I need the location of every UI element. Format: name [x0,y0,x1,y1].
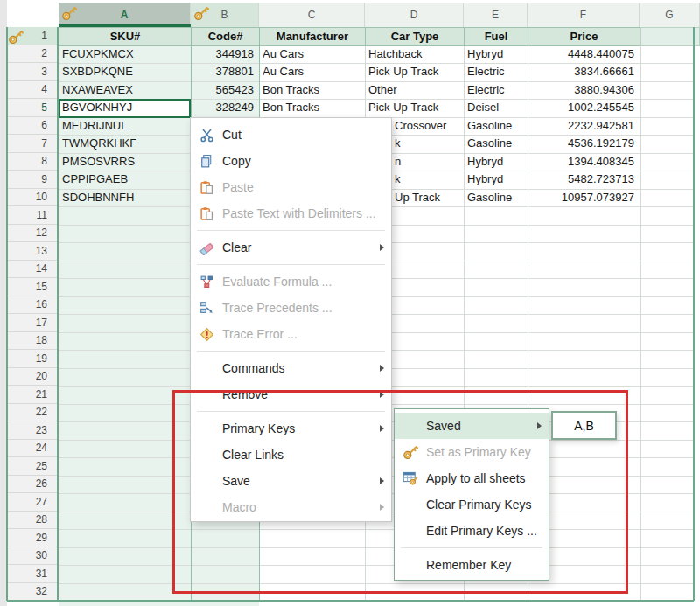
menu-item-label: Remember Key [426,558,542,572]
icon-spacer [402,418,419,434]
cell-D4[interactable]: Other [368,81,464,100]
cell-A3[interactable]: SXBDPKQNE [62,63,191,81]
menu-item-label: Cut [222,128,384,142]
key-icon [402,444,419,460]
cell-B5[interactable]: 328249 [191,99,259,117]
cell-A8[interactable]: PMSOSVRRS [62,153,191,171]
menu-item-edit-primary-keys[interactable]: Edit Primary Keys ... [395,518,549,544]
cell-E6[interactable]: Gasoline [467,117,528,136]
cell-F3[interactable]: 3834.66661 [528,63,640,81]
menu-item-label: Clear Links [222,448,384,462]
cell-A5[interactable]: BGVOKNHYJ [62,99,191,117]
key-icon-row-1 [8,29,24,45]
cell-D5[interactable]: Pick Up Track [368,99,464,117]
cell-A4[interactable]: NXAWEAVEX [62,81,191,100]
submenu-arrow-icon [380,425,384,432]
menu-item-label: Trace Error ... [222,327,384,341]
menu-item-label: Edit Primary Keys ... [426,524,542,538]
cell-B3[interactable]: 378801 [191,63,259,81]
cell-E5[interactable]: Deisel [467,99,528,117]
cell-D2[interactable]: Hatchback [368,45,464,64]
submenu-arrow-icon [380,477,384,484]
cell-A9[interactable]: CPPIPGAEB [62,171,191,189]
menu-item-paste-text-with-delimiters: Paste Text with Delimiters ... [191,200,391,226]
menu-item-label: Clear Primary Keys [426,498,542,512]
row-header-divider [57,27,59,601]
menu-item-label: Remove [222,387,374,401]
cell-D6-fragment: Crossover [395,117,464,136]
icon-spacer [402,497,419,512]
icon-spacer [198,360,215,376]
saved-keys-value[interactable]: A,B [551,411,617,440]
submenu-arrow-icon [380,365,384,372]
cell-C3[interactable]: Au Cars [262,63,365,81]
cell-D9-fragment: k [395,171,464,189]
cell-F9[interactable]: 5482.723713 [528,171,640,189]
menu-item-copy[interactable]: Copy [191,148,391,174]
cell-F7[interactable]: 4536.192179 [528,135,640,153]
cell-E7[interactable]: Gasoline [467,135,528,153]
menu-item-set-as-primary-key: Set as Primary Key [395,439,549,465]
menu-item-clear[interactable]: Clear [191,234,391,261]
cell-E3[interactable]: Electric [467,63,528,81]
menu-item-trace-error: Trace Error ... [191,321,391,347]
cell-F6[interactable]: 2232.942581 [528,117,640,136]
menu-item-label: Primary Keys [222,421,374,435]
menu-item-clear-links[interactable]: Clear Links [191,442,391,468]
menu-item-label: Paste [222,180,384,194]
menu-separator [197,411,385,412]
cell-B4[interactable]: 565423 [191,81,259,100]
menu-item-label: Evaluate Formula ... [222,275,384,289]
cell-D10-fragment: Up Track [395,189,464,207]
menu-item-saved[interactable]: Saved [395,413,549,439]
cell-A2[interactable]: FCUXPKMCX [62,45,191,64]
cell-F4[interactable]: 3880.94306 [528,81,640,100]
cell-F10[interactable]: 10957.073927 [528,189,640,207]
range-border-right [693,27,695,601]
cell-D8-fragment: n [395,153,464,171]
menu-item-primary-keys[interactable]: Primary Keys [191,415,391,442]
menu-item-save[interactable]: Save [191,468,391,494]
icon-spacer [198,447,215,463]
menu-item-label: Paste Text with Delimiters ... [222,206,384,220]
menu-item-apply-to-all-sheets[interactable]: Apply to all sheets [395,465,549,491]
cell-D3[interactable]: Pick Up Track [368,63,464,81]
menu-item-trace-precedents: Trace Precedents ... [191,295,391,321]
menu-item-remember-key[interactable]: Remember Key [395,552,549,578]
cell-E9[interactable]: Hybryd [467,171,528,189]
submenu-arrow-icon [537,422,542,429]
cell-B2[interactable]: 344918 [191,45,259,64]
trace-error-icon [198,326,215,342]
cut-icon [198,127,215,143]
cell-C5[interactable]: Bon Tracks [262,99,365,117]
menu-item-clear-primary-keys[interactable]: Clear Primary Keys [395,491,549,518]
cell-F2[interactable]: 4448.440075 [528,45,640,64]
spreadsheet-window: ABCDEFG123456789101112131415161718192021… [0,0,700,606]
key-icon-column-A [61,5,77,21]
cell-C4[interactable]: Bon Tracks [262,81,365,100]
eraser-icon [198,240,215,255]
primary-keys-submenu: SavedSet as Primary KeyApply to all shee… [394,408,550,581]
menu-item-cut[interactable]: Cut [191,122,391,148]
submenu-arrow-icon [380,504,384,511]
icon-spacer [402,557,419,573]
cell-A6[interactable]: MEDRIJNUL [62,117,191,136]
cell-E10[interactable]: Gasoline [467,189,528,207]
menu-separator [197,230,385,231]
icon-spacer [402,523,419,539]
cell-A10[interactable]: SDOHBNNFH [62,189,191,207]
menu-item-remove[interactable]: Remove [191,381,391,407]
cell-A7[interactable]: TWMQRKHKF [62,135,191,153]
sheet-key-icon [402,470,419,486]
menu-item-macro: Macro [191,494,391,520]
cell-F5[interactable]: 1002.245545 [528,99,640,117]
menu-item-label: Trace Precedents ... [222,301,384,315]
menu-item-label: Set as Primary Key [426,445,542,459]
menu-item-commands[interactable]: Commands [191,355,391,381]
cell-C2[interactable]: Au Cars [262,45,365,64]
cell-E4[interactable]: Electric [467,81,528,100]
menu-item-label: Save [222,474,374,488]
cell-F8[interactable]: 1394.408345 [528,153,640,171]
cell-E8[interactable]: Hybryd [467,153,528,171]
cell-E2[interactable]: Hybryd [467,45,528,64]
